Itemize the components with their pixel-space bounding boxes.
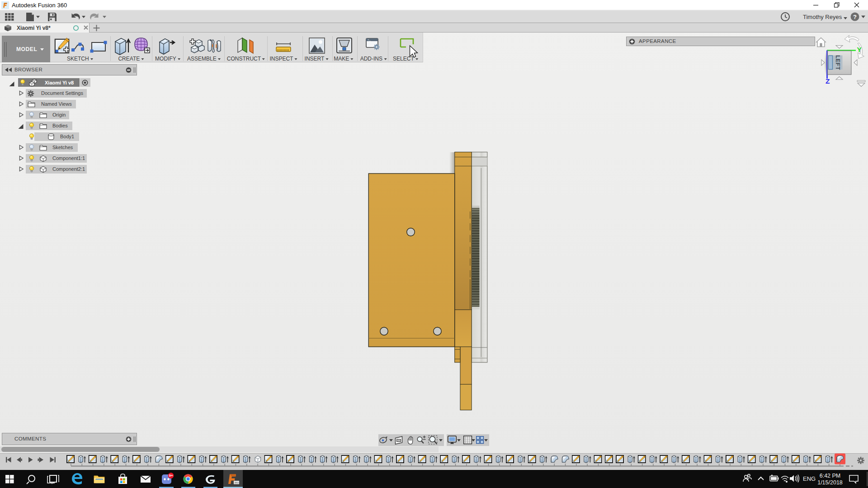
svg-text:Z: Z: [826, 77, 830, 85]
svg-text:Y: Y: [857, 46, 862, 53]
svg-text:ENG: ENG: [803, 475, 816, 482]
svg-text:9+: 9+: [169, 474, 173, 478]
svg-text:LEFT: LEFT: [835, 55, 841, 70]
svg-text:1/15/2018: 1/15/2018: [817, 479, 843, 486]
svg-text:?: ?: [853, 14, 857, 20]
svg-text:6:42 PM: 6:42 PM: [820, 473, 841, 479]
svg-text:360: 360: [234, 481, 239, 484]
svg-text:>_: >_: [368, 38, 371, 42]
